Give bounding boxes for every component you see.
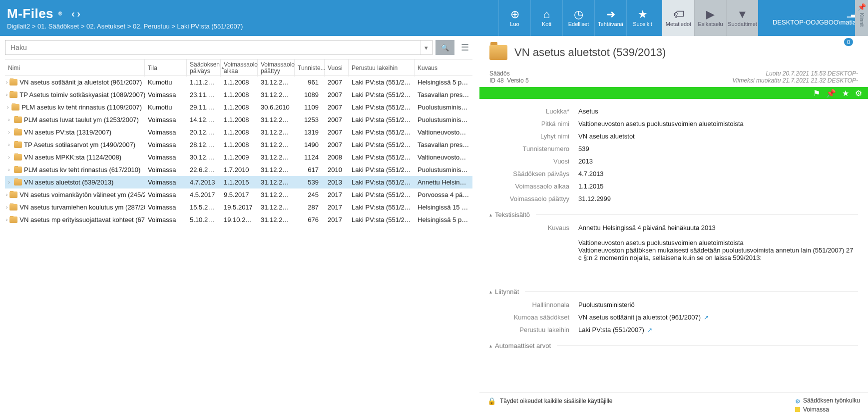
workflow-icon: ⚙ [795, 398, 800, 403]
expand-icon[interactable]: › [6, 154, 12, 160]
field-value[interactable]: Laki PV:sta (551/2007)↗ [578, 324, 858, 335]
row-year: 2007 [325, 116, 349, 124]
expand-icon[interactable]: › [6, 92, 7, 98]
col-ident[interactable]: Tunniste... [295, 60, 325, 76]
breadcrumb[interactable]: Digilait2 > 01. Säädökset > 02. Asetukse… [7, 22, 498, 30]
previous-button[interactable]: ◷Edelliset [562, 0, 594, 36]
favorites-button[interactable]: ★Suosikit [626, 0, 658, 36]
row-basedon: Laki PV:sta (551/2007) [349, 216, 415, 224]
table-row[interactable]: ›VN asetus sotläänit ja aluetstot (961/2… [5, 76, 472, 88]
field-label: Kumoaa säädökset [489, 312, 569, 322]
table-row[interactable]: ›PLM asetus kv teht rinnastus (1109/2007… [5, 101, 472, 114]
row-status: Voimassa [145, 166, 187, 174]
gear-icon[interactable]: ⚙ [855, 88, 862, 98]
table-row[interactable]: ›VN asetus turvamiehen koulutus ym (287/… [5, 201, 472, 214]
row-basedon: Laki PV:sta (551/2007); L... [349, 154, 415, 161]
row-status: Kumottu [145, 104, 187, 111]
search-dropdown[interactable]: ▾ [420, 40, 432, 54]
field-value[interactable]: 1.1.2015 [578, 181, 858, 192]
expand-icon[interactable]: › [6, 142, 12, 148]
section-text[interactable]: ▴Tekstisisältö [489, 211, 858, 218]
expand-icon[interactable]: › [6, 117, 12, 122]
row-status: Voimassa [145, 116, 187, 124]
row-basedon: Laki PV:sta (551/2007) [349, 91, 415, 98]
notification-badge[interactable]: 0 [844, 38, 853, 46]
col-year[interactable]: Vuosi [325, 60, 349, 76]
field-value[interactable]: Annettu Helsingissä 4 päivänä heinäkuuta… [578, 222, 858, 263]
open-link-icon[interactable]: ↗ [704, 314, 709, 321]
flag-icon[interactable]: ⚑ [813, 88, 820, 98]
expand-icon[interactable]: › [6, 192, 7, 198]
row-name: VN asetus aluetstot (539/2013) [24, 178, 113, 186]
col-validfrom[interactable]: Voimassaolo alkaa [221, 60, 258, 76]
expand-icon[interactable]: › [6, 104, 9, 110]
permissions-label[interactable]: Täydet oikeudet kaikille sisäisille käyt… [500, 398, 612, 404]
field-value[interactable]: VN asetus aluetstot [578, 131, 858, 142]
section-auto[interactable]: ▴Automaattiset arvot [489, 342, 858, 350]
field-value[interactable]: Puolustusministeriö [578, 300, 858, 310]
table-row[interactable]: ›VN asetus aluetstot (539/2013)Voimassa4… [5, 176, 472, 188]
col-name[interactable]: Nimi [5, 60, 145, 76]
top-buttons-right: 🏷Metatiedot ▶Esikatselu ▼Suodattimet [662, 0, 758, 36]
field-value[interactable]: Asetus [578, 106, 858, 116]
field-value[interactable]: Valtioneuvoston asetus puolustusvoimien … [578, 118, 858, 129]
open-link-icon[interactable]: ↗ [647, 326, 652, 334]
table-row[interactable]: ›VN asetus voimankäytön välineet ym (245… [5, 188, 472, 201]
field-value[interactable]: 2013 [578, 156, 858, 166]
col-basedon[interactable]: Perustuu lakeihin [349, 60, 415, 76]
nav-forward-icon[interactable]: › [77, 8, 80, 20]
col-validto[interactable]: Voimassaolo päättyy [258, 60, 295, 76]
field-value[interactable]: 31.12.2999 [578, 194, 858, 204]
row-desc: Puolustusministeriön pä [415, 104, 472, 111]
row-ident: 1109 [295, 104, 325, 111]
expand-icon[interactable]: › [6, 204, 7, 210]
tab-metadata[interactable]: 🏷Metatiedot [662, 0, 694, 36]
table-row[interactable]: ›TP Asetus toimiv sotkäskyasiat (1089/20… [5, 88, 472, 101]
breadcrumb-item[interactable]: 02. Asetukset [86, 22, 125, 30]
pin-tab[interactable]: 📌 Kiinnit [855, 0, 868, 36]
nav-back-icon[interactable]: ‹ [71, 8, 75, 20]
create-button[interactable]: ⊕Luo [498, 0, 530, 36]
col-status[interactable]: Tila [145, 60, 187, 76]
main: ▾ 🔍 ☰ Nimi Tila Säädöksen päiväys▲ Voima… [0, 36, 868, 417]
col-desc[interactable]: Kuvaus [415, 60, 472, 76]
row-ident: 676 [295, 216, 325, 224]
search-button[interactable]: 🔍 [435, 40, 454, 55]
breadcrumb-item[interactable]: Laki PV:sta (551/2007) [177, 22, 243, 30]
tab-filters[interactable]: ▼Suodattimet [726, 0, 758, 36]
expand-icon[interactable]: › [6, 130, 12, 135]
table-row[interactable]: ›PLM asetus kv teht rinnastus (617/2010)… [5, 164, 472, 176]
table-row[interactable]: ›VN asetus MPKK:sta (1124/2008)Voimassa3… [5, 151, 472, 164]
field-value[interactable]: 539 [578, 144, 858, 154]
pin-icon[interactable]: 📌 [826, 88, 836, 98]
field-value[interactable]: 4.7.2013 [578, 168, 858, 179]
breadcrumb-item[interactable]: Digilait2 [7, 22, 30, 30]
table-row[interactable]: ›PLM asetus luvat taulut ym (1253/2007)V… [5, 114, 472, 126]
row-validto: 31.12.2999 [258, 166, 295, 174]
table-row[interactable]: ›VN asetus mp erityissuojattavat kohteet… [5, 214, 472, 226]
row-ident: 617 [295, 166, 325, 174]
breadcrumb-item[interactable]: 02. Perustuu [133, 22, 170, 30]
table-row[interactable]: ›TP Asetus sotilasarvot ym (1490/2007)Vo… [5, 138, 472, 151]
app-logo: M-Files® ‹ › [7, 6, 498, 22]
expand-icon[interactable]: › [6, 80, 7, 85]
expand-icon[interactable]: › [6, 180, 12, 185]
field-value[interactable]: VN asetus sotläänit ja aluetstot (961/20… [578, 312, 858, 322]
table-row[interactable]: ›VN asetus PV:sta (1319/2007)Voimassa20.… [5, 126, 472, 138]
search-options-button[interactable]: ☰ [457, 40, 472, 55]
home-button[interactable]: ⌂Koti [530, 0, 562, 36]
star-icon[interactable]: ★ [842, 88, 849, 98]
folder-icon [14, 154, 22, 160]
workflow-box[interactable]: ⚙Säädöksen työnkulku Voimassa [795, 397, 860, 413]
section-links[interactable]: ▴Liitynnät [489, 288, 858, 296]
clock-icon: ◷ [574, 9, 583, 20]
workflow-state-bar: ⚑ 📌 ★ ⚙ [479, 87, 868, 99]
expand-icon[interactable]: › [6, 167, 12, 172]
breadcrumb-item[interactable]: 01. Säädökset [37, 22, 79, 30]
expand-icon[interactable]: › [6, 217, 7, 222]
tasks-button[interactable]: ➜Tehtävänä [594, 0, 626, 36]
search-input[interactable] [5, 40, 420, 54]
tab-preview[interactable]: ▶Esikatselu [694, 0, 726, 36]
col-regdate[interactable]: Säädöksen päiväys▲ [187, 60, 221, 76]
row-ident: 287 [295, 204, 325, 211]
